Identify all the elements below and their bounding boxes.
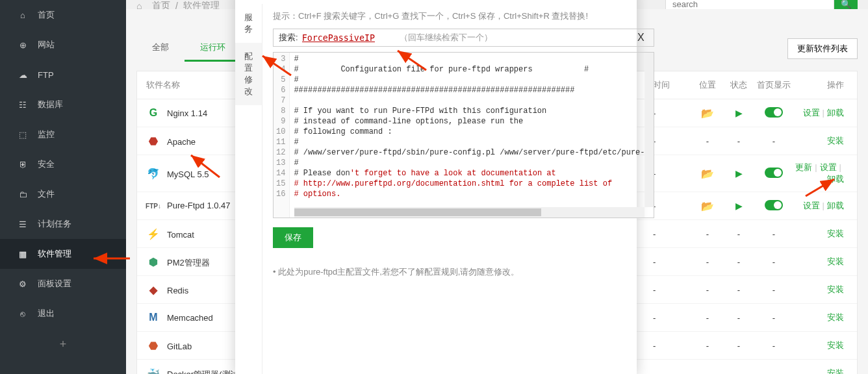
software-name: Pure-Ftpd 1.0.47 <box>167 201 231 210</box>
sidebar-item-home[interactable]: ⌂首页 <box>0 0 126 30</box>
modal-tab-service[interactable]: 服务 <box>235 4 262 43</box>
software-icon: ◆ <box>146 282 160 297</box>
sidebar-item-label: 监控 <box>38 129 55 140</box>
software-name: Tomcat <box>167 230 194 240</box>
sidebar-item-ftp[interactable]: ☁FTP <box>0 60 126 90</box>
editor-hint: 提示：Ctrl+F 搜索关键字，Ctrl+G 查找下一个，Ctrl+S 保存，C… <box>273 10 654 22</box>
software-name: Nginx 1.14 <box>167 108 207 118</box>
op-link[interactable]: 卸载 <box>827 108 844 118</box>
op-link[interactable]: 安装 <box>827 312 844 322</box>
display-toggle[interactable] <box>765 200 783 210</box>
sidebar-item-site[interactable]: ⊕网站 <box>0 30 126 60</box>
line-gutter: 345678910111213141516 <box>274 53 290 218</box>
software-icon: M <box>146 310 160 325</box>
software-name: MySQL 5.5 <box>167 169 209 179</box>
op-link[interactable]: 更新 <box>795 162 812 172</box>
sidebar-item-label: FTP <box>38 70 54 80</box>
op-link[interactable]: 安装 <box>827 229 844 238</box>
sidebar-item-settings[interactable]: ⚙面板设置 <box>0 269 126 299</box>
sidebar-item-cron[interactable]: ☰计划任务 <box>0 209 126 239</box>
code-editor[interactable]: 345678910111213141516 # ## Configuration… <box>273 52 654 218</box>
sidebar-item-label: 软件管理 <box>38 248 71 260</box>
sidebar-item-label: 退出 <box>38 308 55 319</box>
gear-icon: ⚙ <box>17 278 29 290</box>
op-link[interactable]: 设置 <box>820 162 837 172</box>
code-content[interactable]: # ## Configuration file for pure-ftpd wr… <box>290 53 653 218</box>
update-list-button[interactable]: 更新软件列表 <box>787 38 858 59</box>
sidebar-item-monitor[interactable]: ⬚监控 <box>0 119 126 149</box>
op-link[interactable]: 安装 <box>827 256 844 266</box>
display-toggle[interactable] <box>765 107 783 118</box>
globe-icon: ⊕ <box>17 39 29 51</box>
op-link[interactable]: 安装 <box>827 340 844 350</box>
display-toggle[interactable] <box>765 168 783 178</box>
col-disp: 首页显示 <box>754 79 793 91</box>
sidebar: ⌂首页 ⊕网站 ☁FTP ☷数据库 ⬚监控 ⛨安全 🗀文件 ☰计划任务 ▦软件管… <box>0 0 126 374</box>
op-link[interactable]: 卸载 <box>827 174 844 184</box>
software-icon: G <box>146 106 160 120</box>
folder-icon[interactable]: 📂 <box>701 168 714 179</box>
tab-all[interactable]: 全部 <box>136 35 185 62</box>
sidebar-item-security[interactable]: ⛨安全 <box>0 149 126 179</box>
software-name: Memcached <box>167 313 213 323</box>
software-name: GitLab <box>167 342 192 351</box>
exit-icon: ⎋ <box>17 308 29 319</box>
tab-env[interactable]: 运行环 <box>185 35 241 62</box>
sidebar-item-label: 面板设置 <box>38 278 71 290</box>
search-label: 搜索: <box>279 32 298 44</box>
sidebar-item-software[interactable]: ▦软件管理 <box>0 239 126 269</box>
modal-tab-config[interactable]: 配置修改 <box>235 43 262 105</box>
search-icon: 🔍 <box>841 0 852 9</box>
sidebar-item-exit[interactable]: ⎋退出 <box>0 299 126 329</box>
folder-icon: 🗀 <box>17 188 29 200</box>
play-icon[interactable]: ▶ <box>735 201 743 211</box>
software-icon: 🐬 <box>146 166 160 181</box>
software-name: PM2管理器 <box>167 258 210 268</box>
play-icon[interactable]: ▶ <box>735 168 743 179</box>
software-icon: 🐳 <box>146 366 160 374</box>
op-link[interactable]: 卸载 <box>827 201 844 210</box>
op-link[interactable]: 设置 <box>803 201 820 210</box>
software-icon: ⬣ <box>146 338 160 353</box>
op-link[interactable]: 设置 <box>803 108 820 118</box>
play-icon[interactable]: ▶ <box>735 108 743 118</box>
col-stat: 状态 <box>723 79 754 91</box>
software-name: Apache <box>167 137 196 147</box>
sidebar-item-label: 计划任务 <box>38 218 71 230</box>
sidebar-item-label: 文件 <box>38 188 55 200</box>
op-link[interactable]: 安装 <box>827 368 844 374</box>
software-name: Redis <box>167 286 188 295</box>
shield-icon: ⛨ <box>17 158 29 170</box>
modal-main: 提示：Ctrl+F 搜索关键字，Ctrl+G 查找下一个，Ctrl+S 保存，C… <box>262 4 665 374</box>
grid-icon: ▦ <box>17 248 29 260</box>
config-note: 此处为pure-ftpd主配置文件,若您不了解配置规则,请勿随意修改。 <box>273 266 654 278</box>
folder-icon[interactable]: 📂 <box>701 108 714 119</box>
sidebar-item-label: 首页 <box>38 9 55 21</box>
sidebar-item-label: 安全 <box>38 158 55 170</box>
search-continue-hint: （回车继续检索下一个） <box>400 32 633 44</box>
software-icon: FTP↓ <box>146 199 160 213</box>
sidebar-item-db[interactable]: ☷数据库 <box>0 90 126 119</box>
sidebar-item-files[interactable]: 🗀文件 <box>0 179 126 209</box>
chart-icon: ⬚ <box>17 129 29 140</box>
vertical-scrollbar[interactable] <box>645 53 654 207</box>
folder-icon[interactable]: 📂 <box>701 201 714 212</box>
sidebar-add[interactable]: + <box>0 329 126 360</box>
col-loc: 位置 <box>692 79 723 91</box>
sidebar-item-label: 数据库 <box>38 99 63 110</box>
home-icon: ⌂ <box>17 9 29 21</box>
software-icon: ⚡ <box>146 227 160 241</box>
op-link[interactable]: 安装 <box>827 284 844 294</box>
database-icon: ☷ <box>17 99 29 110</box>
sidebar-item-label: 网站 <box>38 39 55 51</box>
editor-search-bar: 搜索: （回车继续检索下一个） X <box>273 29 654 47</box>
search-close-button[interactable]: X <box>633 32 648 44</box>
horizontal-scrollbar[interactable] <box>294 207 645 218</box>
modal-sidebar: 服务 配置修改 <box>235 4 262 374</box>
op-link[interactable]: 安装 <box>827 136 844 145</box>
save-button[interactable]: 保存 <box>273 227 313 248</box>
col-op: 操作 <box>793 79 848 91</box>
scrollbar-thumb[interactable] <box>294 208 541 216</box>
editor-search-input[interactable] <box>302 33 380 43</box>
software-icon: ⬢ <box>146 255 160 269</box>
